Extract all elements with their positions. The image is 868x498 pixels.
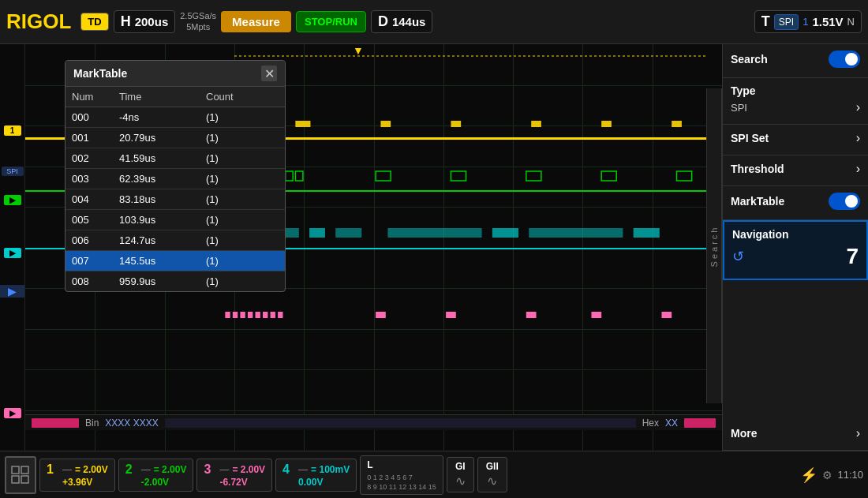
mark-cell-num: 008 [65,271,113,291]
svg-rect-6 [531,121,541,127]
mark-row[interactable]: 001 20.79us (1) [65,128,285,148]
mark-cell-time: 20.79us [113,128,200,148]
nav-icon: ↺ [732,248,744,265]
ch2-block[interactable]: 2 — = 2.00V -2.00V [118,459,194,492]
ch3-block[interactable]: 3 — = 2.00V -6.72V [196,459,272,492]
mark-table-title: MarkTable [73,67,127,80]
type-arrow[interactable]: › [856,100,860,114]
measure-button[interactable]: Measure [221,11,291,32]
mark-row[interactable]: 006 124.7us (1) [65,230,285,251]
ch2-num: 2 [125,462,138,477]
mark-row[interactable]: 005 103.9us (1) [65,210,285,230]
svg-rect-3 [296,121,311,127]
marktable-toggle[interactable] [829,193,860,210]
search-toggle[interactable] [829,51,860,68]
mark-cell-time: 103.9us [113,210,200,230]
mark-cell-count: (1) [200,210,263,230]
settings-icon[interactable]: ⚙ [822,469,832,481]
mark-table-close[interactable]: ✕ [261,66,277,81]
spi-set-section: SPI Set › [723,125,868,155]
svg-rect-5 [451,121,462,127]
gi-block[interactable]: GI ∿ [447,457,474,492]
rigol-logo: RIGOL [6,9,71,34]
mark-row[interactable]: 007 145.5us (1) [65,251,285,271]
svg-rect-18 [451,171,466,181]
scope-display[interactable]: ▼ [25,44,722,451]
threshold-arrow[interactable]: › [856,162,860,176]
mark-cell-count: (1) [200,189,263,209]
ch2-marker: ▶ [0,195,24,205]
ch3-marker: ▶ [0,248,24,258]
spi-volt: 1.51V [812,15,843,28]
mark-cell-time: -4ns [113,107,200,127]
spi-num: 1 [803,16,808,28]
grid-button[interactable] [5,456,36,494]
d-value: 144us [392,15,426,28]
svg-rect-42 [12,466,19,474]
mark-row[interactable]: 004 83.18us (1) [65,189,285,210]
ch4-bottom: 0.00V [282,477,323,488]
search-sidebar-label: Search [709,225,719,267]
mark-cell-count: (1) [200,251,263,271]
mark-cell-num: 000 [65,107,113,127]
svg-rect-17 [376,171,391,181]
ch2-eq: — [141,464,151,475]
mark-row[interactable]: 000 -4ns (1) [65,107,285,128]
ch1-block[interactable]: 1 — = 2.00V +3.96V [39,459,115,492]
ch2-pulses [220,170,722,182]
col-count: Count [200,87,263,107]
decode-pink-right [684,418,716,428]
channel-labels: 1 SPI ▶ ▶ ▶ ▶ [0,44,25,451]
nav-number: 7 [846,244,859,269]
td-button[interactable]: TD [80,13,108,31]
bin-value: XXXX XXXX [105,417,158,429]
col-num: Num [65,87,113,107]
mark-table-header: MarkTable ✕ [65,61,285,87]
l-block[interactable]: L 0 1 2 3 4 5 6 7 8 9 10 11 12 13 14 15 [360,455,443,495]
mark-table-rows: 000 -4ns (1) 001 20.79us (1) 002 41.59us… [65,107,285,291]
mark-row[interactable]: 008 959.9us (1) [65,271,285,291]
right-panel: Search Type SPI › SPI Set › Threshold › [722,44,868,451]
svg-rect-45 [21,476,28,483]
svg-rect-27 [529,228,623,238]
spi-set-arrow[interactable]: › [856,131,860,145]
svg-rect-33 [256,312,260,318]
trigger-marker: ▼ [353,44,364,57]
type-value-row: SPI › [731,100,860,114]
ch4-block[interactable]: 4 — = 100mV 0.00V [275,459,357,492]
ch3-num: 3 [204,462,216,477]
nav-num-row: ↺ 7 [732,244,859,269]
mark-cell-num: 007 [65,251,113,271]
svg-rect-35 [271,312,275,318]
d-label: D [378,13,388,30]
mark-cell-time: 145.5us [113,251,200,271]
more-section: More › [723,420,868,451]
sample-rate-block: 2.5GSa/s 5Mpts [180,11,216,32]
decode-pink-left [32,418,79,428]
more-arrow[interactable]: › [856,426,860,440]
mark-cell-num: 002 [65,148,113,168]
hex-label: Hex [642,417,659,429]
gii-block[interactable]: GII ∿ [477,457,507,492]
ch3-top-val: = 2.00V [232,464,265,475]
ch4-eq: — [298,464,308,475]
ch3-bottom: -6.72V [204,477,247,488]
n-label: N [847,16,855,28]
mark-cell-count: (1) [200,148,263,168]
svg-rect-39 [526,312,537,318]
gii-wave-icon: ∿ [487,474,497,489]
search-sidebar: Search [706,88,722,403]
svg-rect-15 [286,171,294,181]
mark-row[interactable]: 003 62.39us (1) [65,169,285,189]
svg-rect-30 [233,312,238,318]
svg-rect-44 [12,476,19,483]
ch1-bottom: +3.96V [47,477,92,488]
mark-cell-num: 006 [65,230,113,250]
bottom-bar: 1 — = 2.00V +3.96V 2 — = 2.00V -2.00V 3 … [0,451,868,498]
stoprun-button[interactable]: STOP/RUN [296,11,366,32]
svg-rect-25 [387,228,481,238]
search-section: Search [723,44,868,78]
ch4-top-val: = 100mV [311,464,350,475]
mark-row[interactable]: 002 41.59us (1) [65,148,285,169]
hex-value: XX [665,417,678,429]
